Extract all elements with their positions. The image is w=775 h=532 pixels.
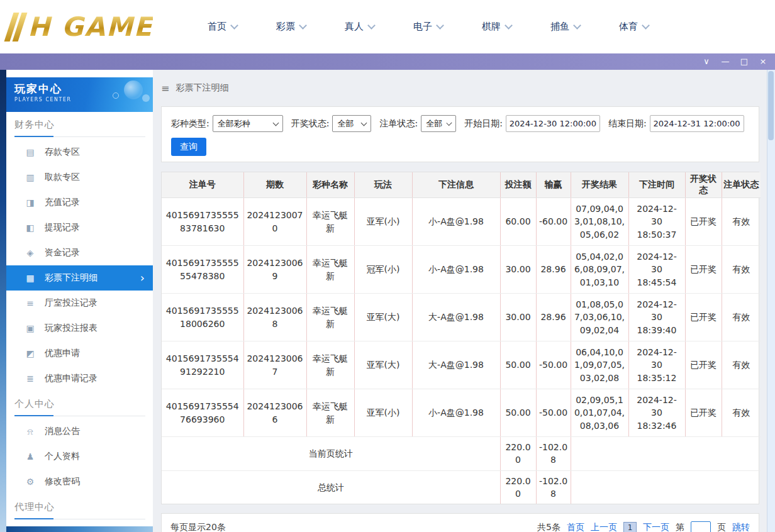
promo-records-icon: ≣: [25, 374, 35, 384]
table-cell: 有效: [722, 294, 761, 341]
table-cell: 已开奖: [685, 246, 722, 294]
scrollbar[interactable]: [767, 70, 775, 532]
end-date-input[interactable]: [650, 115, 744, 132]
table-cell: -50.00: [536, 341, 571, 389]
table-cell: 亚军(大): [354, 294, 412, 341]
summary-bet-total: 220.00: [500, 470, 536, 504]
sidebar-item-change-password[interactable]: ⚙修改密码: [6, 469, 153, 494]
pagination-bar: 每页显示20条 共5条 首页 上一页 1 下一页 第 页 跳转: [161, 513, 759, 532]
table-cell: 2024-12-30 18:35:12: [628, 341, 685, 389]
summary-bet-total: 220.00: [500, 437, 536, 471]
nav-item-electronic[interactable]: 电子: [413, 21, 443, 33]
minimize-button[interactable]: —: [716, 53, 735, 70]
table-body: 40156917355558378163020241230070幸运飞艇新亚军(…: [162, 198, 761, 504]
column-header: 下注时间: [628, 172, 685, 198]
sidebar-item-label: 取款专区: [45, 172, 80, 183]
table-cell: 大-A盘@1.98: [412, 341, 500, 389]
table-cell: 01,08,05,07,03,06,10,09,02,04: [571, 294, 628, 341]
main-content: ≡ 彩票下注明细 彩种类型: 全部彩种 开奖状态: 全部 注单状态:: [153, 70, 767, 532]
chevron-right-icon: ›: [140, 272, 145, 284]
sidebar-item-label: 充值记录: [45, 197, 80, 208]
table-cell: 20241230067: [243, 341, 306, 389]
end-date-label: 结束日期:: [608, 118, 647, 130]
table-cell: 幸运飞艇新: [306, 246, 354, 294]
sidebar: 玩家中心 PLAYERS CENTER 财务中心▤存款专区▥取款专区◨充值记录◧…: [6, 70, 153, 532]
table-cell: 50.00: [500, 389, 536, 437]
sidebar-item-recharge-records[interactable]: ◨充值记录: [6, 190, 153, 215]
table-cell: 2024-12-30 18:32:46: [628, 389, 685, 437]
lottery-type-select[interactable]: 全部彩种: [213, 115, 283, 132]
table-cell: 28.96: [536, 294, 571, 341]
sidebar-item-promo-apply[interactable]: ◩优惠申请: [6, 341, 153, 366]
column-header: 注单号: [162, 172, 243, 198]
nav-item-fishing[interactable]: 捕鱼: [550, 21, 580, 33]
nav-item-home[interactable]: 首页: [208, 21, 237, 33]
bet-status-select[interactable]: 全部: [421, 115, 456, 132]
recharge-icon: ◨: [25, 197, 35, 208]
table-cell: 50.00: [500, 341, 536, 389]
sidebar-bottom-bar: [6, 526, 153, 532]
summary-row: 当前页统计220.00-102.08: [162, 437, 761, 471]
table-cell: 2024-12-30 18:39:40: [628, 294, 685, 341]
table-cell: 401569173555491292210: [162, 341, 243, 389]
table-row: 40156917355551800626020241230068幸运飞艇新亚军(…: [162, 294, 761, 341]
sidebar-item-player-bet-report[interactable]: ▣玩家投注报表: [6, 316, 153, 341]
nav-item-sports[interactable]: 体育: [619, 21, 649, 33]
scrollbar-thumb[interactable]: [768, 71, 774, 140]
sidebar-item-label: 个人资料: [45, 451, 80, 462]
sidebar-section-title: 代理中心: [14, 501, 145, 519]
table-row: 40156917355549129221020241230067幸运飞艇新亚军(…: [162, 341, 761, 389]
table-cell: 幸运飞艇新: [306, 389, 354, 437]
close-button[interactable]: ×: [754, 53, 772, 70]
sidebar-item-messages[interactable]: ⍾消息公告: [6, 419, 153, 444]
sidebar-item-hall-bet-records[interactable]: ≡厅室投注记录: [6, 291, 153, 316]
table-cell: 幸运飞艇新: [306, 341, 354, 389]
first-page-link[interactable]: 首页: [567, 522, 584, 532]
table-cell: 07,09,04,03,01,08,10,05,06,02: [571, 198, 628, 246]
hamburger-icon[interactable]: ≡: [161, 82, 169, 94]
table-cell: 20241230068: [243, 294, 306, 341]
nav-item-live[interactable]: 真人: [345, 21, 374, 33]
sidebar-item-lottery-bet-details[interactable]: ▦彩票下注明细›: [6, 265, 153, 291]
table-cell: 401569173555518006260: [162, 294, 243, 341]
nav-item-label: 彩票: [276, 21, 295, 33]
table-cell: 亚军(小): [354, 198, 412, 246]
chevron-down-icon: ∨: [703, 57, 710, 66]
chevron-down-icon: [436, 21, 444, 30]
column-header: 下注信息: [412, 172, 500, 198]
sidebar-item-profile[interactable]: ♟个人资料: [6, 444, 153, 469]
start-date-input[interactable]: [506, 115, 600, 132]
current-page-badge[interactable]: 1: [623, 522, 637, 532]
next-page-link[interactable]: 下一页: [643, 522, 669, 532]
page-title: 彩票下注明细: [176, 82, 228, 94]
query-button[interactable]: 查询: [171, 138, 206, 156]
draw-status-select[interactable]: 全部: [332, 115, 371, 132]
column-header: 开奖结果: [571, 172, 628, 198]
sidebar-item-deposit-zone[interactable]: ▤存款专区: [6, 140, 153, 165]
sidebar-item-label: 彩票下注明细: [45, 272, 98, 284]
jump-button[interactable]: 跳转: [732, 522, 750, 532]
draw-status-label: 开奖状态:: [291, 118, 330, 130]
prev-page-link[interactable]: 上一页: [591, 522, 617, 532]
sidebar-item-funds-records[interactable]: ◈资金记录: [6, 240, 153, 265]
table-cell: -50.00: [536, 389, 571, 437]
table-cell: 有效: [722, 389, 761, 437]
brand-logo[interactable]: H GAME: [9, 11, 177, 42]
sidebar-section-title: 财务中心: [14, 119, 145, 137]
report-icon: ▣: [25, 323, 35, 333]
nav-item-lottery[interactable]: 彩票: [276, 21, 306, 33]
sidebar-item-promo-apply-records[interactable]: ≣优惠申请记录: [6, 366, 153, 391]
sidebar-menu: 财务中心▤存款专区▥取款专区◨充值记录◧提现记录◈资金记录▦彩票下注明细›≡厅室…: [6, 119, 153, 519]
maximize-button[interactable]: □: [735, 53, 754, 70]
sidebar-item-withdrawal-records[interactable]: ◧提现记录: [6, 215, 153, 240]
table-cell: 有效: [722, 341, 761, 389]
table-cell: 2024-12-30 18:50:37: [628, 198, 685, 246]
nav-item-board-games[interactable]: 棋牌: [482, 21, 511, 33]
bet-status-value: 全部: [426, 118, 442, 130]
table-cell: 30.00: [500, 294, 536, 341]
collapse-button[interactable]: ∨: [697, 53, 716, 70]
jump-page-input[interactable]: [691, 521, 711, 532]
table-cell: 亚军(大): [354, 341, 412, 389]
sidebar-item-withdraw-zone[interactable]: ▥取款专区: [6, 165, 153, 190]
summary-empty-cell: [571, 437, 761, 471]
